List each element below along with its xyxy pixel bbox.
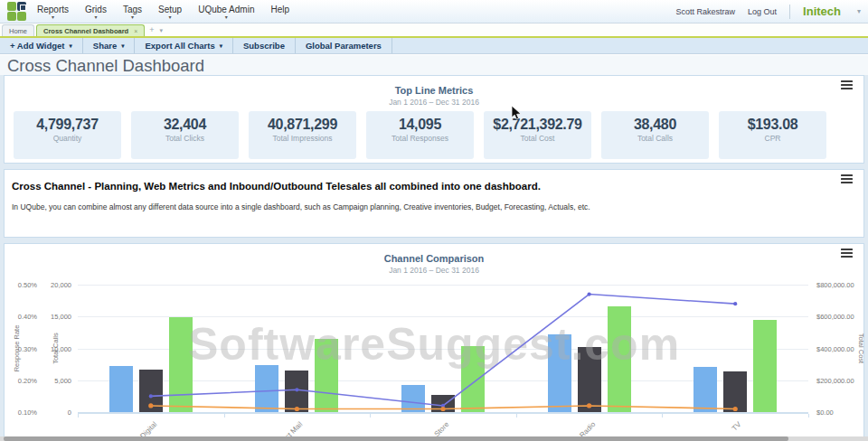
logo-tile bbox=[17, 2, 26, 11]
purple-line bbox=[151, 295, 735, 406]
metric-label: CPR bbox=[765, 134, 781, 143]
toolbar-button-label: Global Parameters bbox=[306, 41, 382, 51]
metric-value: 14,095 bbox=[399, 117, 441, 133]
horizontal-scrollbar-thumb[interactable] bbox=[4, 436, 788, 441]
add-widget-button[interactable]: + Add Widget▾ bbox=[0, 38, 83, 53]
title-row: Cross Channel Dashboard bbox=[0, 55, 868, 75]
rate-axis-tick-label: 0.10% bbox=[10, 408, 37, 417]
category-label-tv: TV bbox=[731, 420, 743, 433]
top-nav-bar: Reports▾Grids▾Tags▾Setup▾UQube Admin▾Hel… bbox=[0, 0, 868, 23]
cost-axis-tick-label: $0.00 bbox=[816, 408, 834, 417]
page-title: Cross Channel Dashboard bbox=[7, 56, 204, 76]
orange-line-point-radio[interactable] bbox=[587, 403, 591, 408]
chevron-down-icon: ▾ bbox=[169, 15, 172, 20]
description-body: In UQube, you can combine almost any dif… bbox=[12, 202, 590, 211]
tab-home[interactable]: Home bbox=[2, 24, 34, 36]
metrics-panel-title: Top Line Metrics bbox=[5, 85, 863, 96]
description-panel: Cross Channel - Planning, Web Metrics an… bbox=[4, 169, 864, 238]
toolbar-button-label: Subscribe bbox=[243, 41, 285, 51]
tab-bar: Home Cross Channel Dashboard × + ▾ bbox=[0, 23, 868, 38]
metric-card-cpr: $193.08CPR bbox=[719, 111, 826, 159]
export-all-charts-button[interactable]: Export All Charts▾ bbox=[135, 38, 233, 53]
nav-item-label: Tags bbox=[123, 5, 142, 14]
metric-value: $193.08 bbox=[748, 117, 798, 133]
nav-item-label: Help bbox=[270, 5, 289, 14]
purple-line-point-radio[interactable] bbox=[588, 292, 591, 296]
x-axis-tick bbox=[78, 414, 79, 418]
metric-value: 38,480 bbox=[634, 117, 676, 133]
add-tab-icon[interactable]: + bbox=[149, 25, 154, 34]
uqube-logo-icon[interactable] bbox=[7, 2, 26, 21]
chevron-down-icon: ▾ bbox=[225, 15, 228, 20]
close-icon[interactable]: × bbox=[134, 28, 137, 34]
metric-card-total-clicks: 32,404Total Clicks bbox=[131, 111, 239, 159]
rate-axis-tick-label: 0.50% bbox=[10, 281, 37, 289]
logo-tile bbox=[7, 2, 16, 11]
logo-tile bbox=[7, 12, 16, 21]
chevron-down-icon[interactable]: ▾ bbox=[857, 7, 861, 15]
metric-label: Quantity bbox=[53, 134, 82, 143]
orange-line-point-digital[interactable] bbox=[148, 403, 153, 408]
cost-axis-tick-label: $600,000.00 bbox=[816, 313, 854, 321]
orange-line-point-direct-mail[interactable] bbox=[295, 407, 299, 411]
global-parameters-button[interactable]: Global Parameters bbox=[296, 38, 392, 53]
tab-cross-channel-dashboard[interactable]: Cross Channel Dashboard × bbox=[36, 24, 145, 36]
brand-initech[interactable]: Initech bbox=[803, 5, 841, 18]
channel-comparison-chart[interactable]: 0.50%0.40%0.30%0.20%0.10%Response Rate20… bbox=[5, 244, 865, 441]
metric-value: 40,871,299 bbox=[268, 117, 337, 133]
metric-card-total-impressions: 40,871,299Total Impressions bbox=[249, 111, 356, 159]
rate-axis-title: Response Rate bbox=[13, 321, 21, 375]
chart-lines-layer bbox=[78, 285, 808, 412]
metrics-panel-daterange: Jan 1 2016 – Dec 31 2016 bbox=[5, 98, 863, 107]
share-button[interactable]: Share▾ bbox=[83, 38, 136, 53]
app-screen: Reports▾Grids▾Tags▾Setup▾UQube Admin▾Hel… bbox=[0, 0, 868, 441]
x-axis-tick bbox=[224, 414, 225, 418]
calls-axis-tick-label: 20,000 bbox=[41, 281, 71, 289]
nav-item-label: Setup bbox=[158, 5, 182, 14]
nav-item-label: UQube Admin bbox=[198, 5, 254, 14]
cost-axis-tick-label: $400,000.00 bbox=[816, 345, 854, 353]
metric-label: Total Clicks bbox=[165, 134, 204, 143]
description-heading: Cross Channel - Planning, Web Metrics an… bbox=[12, 181, 541, 192]
horizontal-scrollbar-track[interactable] bbox=[0, 436, 868, 441]
purple-line-point-direct-mail[interactable] bbox=[295, 388, 298, 391]
nav-item-setup[interactable]: Setup▾ bbox=[158, 5, 182, 20]
rate-axis-tick-label: 0.20% bbox=[10, 377, 37, 385]
purple-line-point-digital[interactable] bbox=[149, 394, 153, 398]
calls-axis-title: Total Calls bbox=[52, 321, 60, 375]
channel-comparison-panel: Channel Comparison Jan 1 2016 – Dec 31 2… bbox=[4, 243, 864, 441]
toolbar-button-label: + Add Widget bbox=[10, 41, 65, 51]
nav-item-help[interactable]: Help bbox=[270, 5, 289, 14]
chevron-down-icon: ▾ bbox=[131, 15, 134, 20]
orange-line-point-tv[interactable] bbox=[733, 407, 738, 411]
x-axis-tick bbox=[370, 414, 371, 418]
toolbar-button-label: Export All Charts bbox=[145, 41, 214, 51]
widget-menu-icon[interactable] bbox=[841, 174, 853, 183]
metric-card-total-responses: 14,095Total Responses bbox=[366, 111, 474, 159]
metric-value: $2,721,392.79 bbox=[493, 117, 581, 133]
divider bbox=[789, 5, 790, 19]
subscribe-button[interactable]: Subscribe bbox=[233, 38, 296, 53]
x-axis-tick bbox=[808, 414, 809, 418]
chevron-down-icon: ▾ bbox=[70, 42, 72, 50]
nav-right: Scott Rakestraw Log Out Initech ▾ bbox=[676, 5, 861, 19]
nav-item-tags[interactable]: Tags▾ bbox=[123, 5, 142, 20]
nav-item-reports[interactable]: Reports▾ bbox=[37, 5, 69, 20]
nav-item-uqube-admin[interactable]: UQube Admin▾ bbox=[198, 5, 254, 20]
metric-card-total-cost: $2,721,392.79Total Cost bbox=[484, 111, 591, 159]
logout-link[interactable]: Log Out bbox=[748, 7, 777, 16]
cost-axis-title: Total Cost bbox=[857, 321, 865, 375]
nav-item-label: Reports bbox=[37, 5, 69, 14]
purple-line-point-tv[interactable] bbox=[733, 302, 737, 305]
tab-active-label: Cross Channel Dashboard bbox=[43, 27, 128, 35]
orange-line-point-in-store[interactable] bbox=[440, 407, 445, 411]
top-line-metrics-panel: Top Line Metrics Jan 1 2016 – Dec 31 201… bbox=[4, 75, 864, 164]
rate-axis-tick-label: 0.40% bbox=[10, 313, 37, 321]
user-name[interactable]: Scott Rakestraw bbox=[676, 7, 736, 16]
cost-axis-tick-label: $800,000.00 bbox=[816, 281, 854, 289]
x-axis-line bbox=[78, 412, 808, 414]
calls-axis-tick-label: 5,000 bbox=[41, 377, 71, 385]
tab-list-chevron-icon[interactable]: ▾ bbox=[160, 27, 164, 34]
nav-item-grids[interactable]: Grids▾ bbox=[85, 5, 107, 20]
calls-axis-tick-label: 15,000 bbox=[41, 313, 71, 321]
